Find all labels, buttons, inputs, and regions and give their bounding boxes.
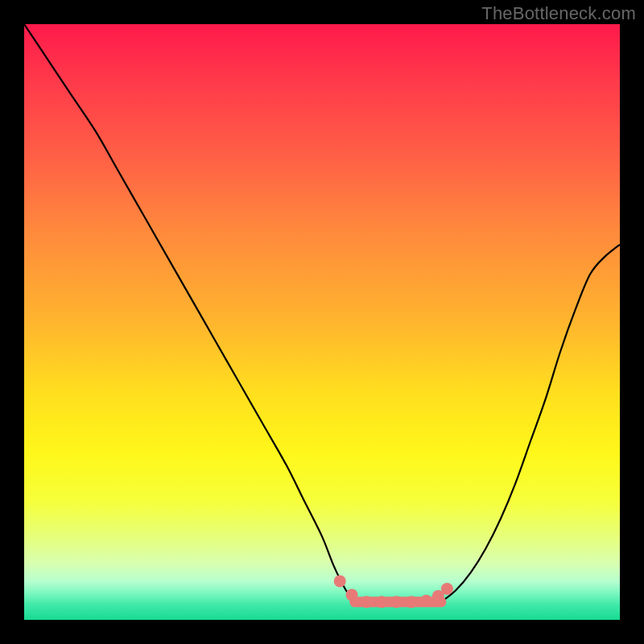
- bottleneck-curves: [24, 24, 620, 620]
- chart-frame: TheBottleneck.com: [0, 0, 644, 644]
- plot-area: [24, 24, 620, 620]
- svg-point-5: [390, 596, 402, 608]
- curve-right: [441, 245, 620, 602]
- svg-point-1: [334, 575, 346, 587]
- svg-point-9: [441, 583, 453, 595]
- svg-point-7: [420, 595, 432, 607]
- curve-left: [24, 24, 355, 602]
- attribution-text: TheBottleneck.com: [481, 3, 636, 24]
- svg-point-4: [376, 596, 388, 608]
- svg-point-2: [346, 588, 358, 601]
- svg-point-3: [361, 596, 373, 608]
- svg-point-6: [406, 596, 418, 608]
